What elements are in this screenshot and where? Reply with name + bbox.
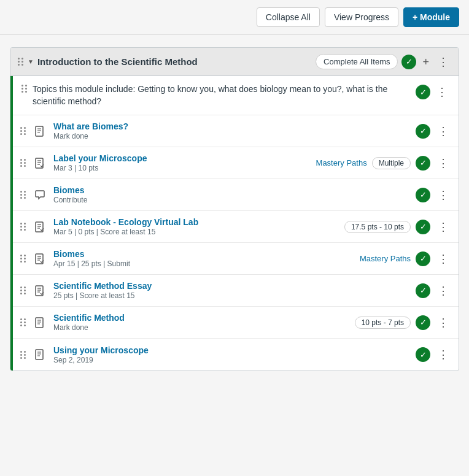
item-subtitle: Mark done [53, 323, 350, 332]
item-drag-handle[interactable] [20, 159, 26, 167]
item-drag-handle[interactable] [20, 127, 26, 135]
item-content: Using your Microscope Sep 2, 2019 [53, 345, 411, 364]
item-drag-handle[interactable] [20, 255, 26, 263]
page-icon [31, 314, 48, 331]
module-drag-handle[interactable] [18, 58, 24, 66]
add-module-button[interactable]: + Module [403, 7, 459, 27]
item-check-icon: ✓ [416, 124, 430, 139]
item-meta: Mastery Paths Multiple ✓ ⋮ [316, 156, 451, 171]
svg-rect-20 [36, 318, 43, 328]
item-subtitle: Mar 3 | 10 pts [53, 164, 311, 172]
page-icon [31, 123, 48, 140]
pts-badge: 10 pts - 7 pts [355, 317, 411, 329]
svg-rect-0 [36, 126, 43, 136]
view-progress-button[interactable]: View Progress [325, 7, 398, 27]
main-content: ▼ Introduction to the Scientific Method … [0, 35, 469, 383]
item-drag-handle[interactable] [20, 191, 26, 199]
item-meta: Mastery Paths ✓ ⋮ [360, 251, 451, 266]
item-options-button[interactable]: ⋮ [435, 316, 451, 329]
item-meta: ✓ ⋮ [416, 124, 451, 139]
item-meta: ✓ ⋮ [416, 188, 451, 202]
item-check-icon: ✓ [416, 283, 430, 298]
item-title[interactable]: Scientific Method Essay [53, 281, 411, 291]
discussion-icon [31, 186, 48, 204]
list-item: Scientific Method Essay 25 pts | Score a… [13, 275, 459, 307]
mastery-paths-link[interactable]: Mastery Paths [360, 254, 411, 263]
list-item: Scientific Method Mark done 10 pts - 7 p… [13, 307, 459, 339]
item-content: Scientific Method Mark done [53, 313, 350, 332]
page-icon [31, 346, 48, 363]
mastery-paths-link[interactable]: Mastery Paths [316, 158, 367, 167]
module-container: ▼ Introduction to the Scientific Method … [10, 47, 459, 371]
item-drag-handle[interactable] [20, 223, 26, 231]
item-drag-handle[interactable] [20, 318, 26, 326]
item-options-button[interactable]: ⋮ [435, 252, 451, 266]
module-title: Introduction to the Scientific Method [37, 56, 312, 67]
item-subtitle: 25 pts | Score at least 15 [53, 291, 411, 300]
module-description: Topics this module include: Getting to k… [33, 83, 411, 107]
top-toolbar: Collapse All View Progress + Module [0, 0, 469, 35]
item-options-button[interactable]: ⋮ [435, 125, 451, 138]
svg-rect-24 [36, 350, 43, 359]
item-title[interactable]: Label your Microscope [53, 153, 311, 163]
item-subtitle: Mar 5 | 0 pts | Score at least 15 [53, 228, 339, 236]
desc-drag-handle[interactable] [21, 85, 28, 93]
item-content: What are Biomes? Mark done [53, 121, 411, 140]
quiz-icon [31, 218, 48, 236]
item-check-icon: ✓ [416, 156, 430, 171]
list-item: Lab Notebook - Ecology Virtual Lab Mar 5… [13, 211, 459, 243]
list-item: Using your Microscope Sep 2, 2019 ✓ ⋮ [13, 339, 459, 370]
item-check-icon: ✓ [416, 188, 430, 202]
item-check-icon: ✓ [416, 220, 430, 234]
list-item: Biomes Apr 15 | 25 pts | Submit Mastery … [13, 243, 459, 275]
desc-icons: ✓ ⋮ [416, 85, 450, 99]
item-subtitle: Apr 15 | 25 pts | Submit [53, 259, 355, 268]
desc-options-button[interactable]: ⋮ [434, 85, 450, 99]
item-options-button[interactable]: ⋮ [435, 188, 451, 202]
item-drag-handle[interactable] [20, 286, 26, 294]
item-meta: ✓ ⋮ [416, 347, 451, 362]
item-title[interactable]: Biomes [53, 185, 411, 195]
item-check-icon: ✓ [416, 347, 430, 362]
collapse-all-button[interactable]: Collapse All [257, 7, 320, 27]
quiz-icon [31, 155, 48, 172]
quiz-icon [31, 282, 48, 299]
item-drag-handle[interactable] [20, 351, 26, 359]
item-subtitle: Mark done [53, 132, 411, 140]
item-meta: 10 pts - 7 pts ✓ ⋮ [355, 315, 451, 330]
item-title[interactable]: Using your Microscope [53, 345, 411, 355]
item-content: Lab Notebook - Ecology Virtual Lab Mar 5… [53, 217, 339, 236]
item-title[interactable]: What are Biomes? [53, 121, 411, 131]
pts-badge: 17.5 pts - 10 pts [344, 221, 411, 233]
item-meta: 17.5 pts - 10 pts ✓ ⋮ [344, 220, 451, 234]
list-item: Biomes Contribute ✓ ⋮ [13, 179, 459, 211]
item-meta: ✓ ⋮ [416, 283, 451, 298]
item-content: Label your Microscope Mar 3 | 10 pts [53, 153, 311, 172]
quiz-icon [31, 250, 48, 267]
module-collapse-chevron[interactable]: ▼ [28, 58, 34, 65]
item-title[interactable]: Scientific Method [53, 313, 350, 323]
complete-all-button[interactable]: Complete All Items [316, 54, 398, 69]
item-check-icon: ✓ [416, 251, 430, 266]
item-content: Scientific Method Essay 25 pts | Score a… [53, 281, 411, 300]
list-item: Label your Microscope Mar 3 | 10 pts Mas… [13, 147, 459, 179]
item-options-button[interactable]: ⋮ [435, 220, 451, 234]
item-options-button[interactable]: ⋮ [435, 284, 451, 298]
module-description-row: Topics this module include: Getting to k… [13, 76, 459, 115]
list-item: What are Biomes? Mark done ✓ ⋮ [13, 115, 459, 147]
module-header: ▼ Introduction to the Scientific Method … [10, 48, 459, 76]
multiple-badge: Multiple [372, 157, 411, 169]
item-title[interactable]: Biomes [53, 249, 355, 259]
module-add-button[interactable]: + [420, 55, 432, 69]
module-complete-check-icon: ✓ [401, 55, 416, 69]
item-subtitle: Sep 2, 2019 [53, 356, 411, 364]
item-options-button[interactable]: ⋮ [435, 348, 451, 361]
item-options-button[interactable]: ⋮ [435, 156, 451, 170]
item-title[interactable]: Lab Notebook - Ecology Virtual Lab [53, 217, 339, 227]
module-items-list: Topics this module include: Getting to k… [10, 76, 459, 370]
item-check-icon: ✓ [416, 315, 430, 330]
desc-check-icon: ✓ [416, 85, 430, 99]
module-options-button[interactable]: ⋮ [435, 55, 451, 69]
item-content: Biomes Contribute [53, 185, 411, 204]
item-content: Biomes Apr 15 | 25 pts | Submit [53, 249, 355, 268]
